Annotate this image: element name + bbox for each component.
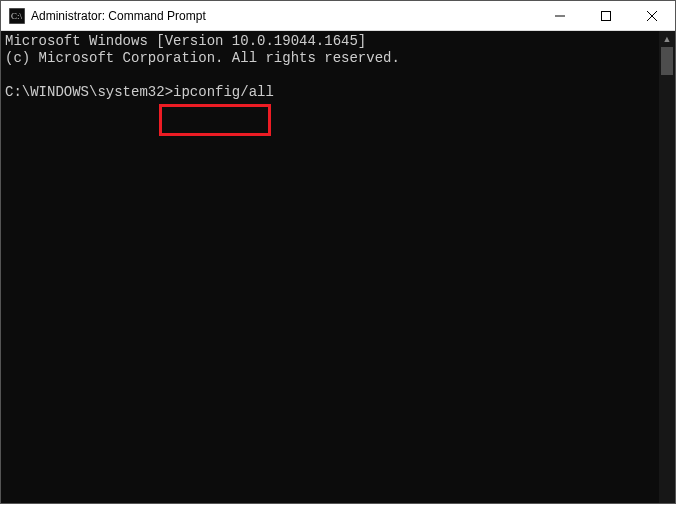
scroll-thumb[interactable] bbox=[661, 47, 673, 75]
command-prompt-window: C:\ Administrator: Command Prompt Micros… bbox=[0, 0, 676, 504]
window-title: Administrator: Command Prompt bbox=[31, 9, 537, 23]
prompt-path: C:\WINDOWS\system32> bbox=[5, 84, 173, 100]
scroll-up-icon[interactable]: ▲ bbox=[659, 31, 675, 47]
console-area: Microsoft Windows [Version 10.0.19044.16… bbox=[1, 31, 675, 503]
svg-rect-3 bbox=[602, 12, 611, 21]
svg-text:C:\: C:\ bbox=[11, 11, 23, 21]
command-input[interactable]: ipconfig/all bbox=[173, 84, 274, 100]
window-controls bbox=[537, 1, 675, 30]
cmd-icon: C:\ bbox=[9, 8, 25, 24]
minimize-button[interactable] bbox=[537, 1, 583, 31]
highlight-annotation bbox=[159, 104, 271, 136]
copyright-line: (c) Microsoft Corporation. All rights re… bbox=[5, 50, 400, 66]
maximize-button[interactable] bbox=[583, 1, 629, 31]
titlebar[interactable]: C:\ Administrator: Command Prompt bbox=[1, 1, 675, 31]
console-output[interactable]: Microsoft Windows [Version 10.0.19044.16… bbox=[1, 31, 659, 503]
close-button[interactable] bbox=[629, 1, 675, 31]
version-line: Microsoft Windows [Version 10.0.19044.16… bbox=[5, 33, 366, 49]
vertical-scrollbar[interactable]: ▲ bbox=[659, 31, 675, 503]
